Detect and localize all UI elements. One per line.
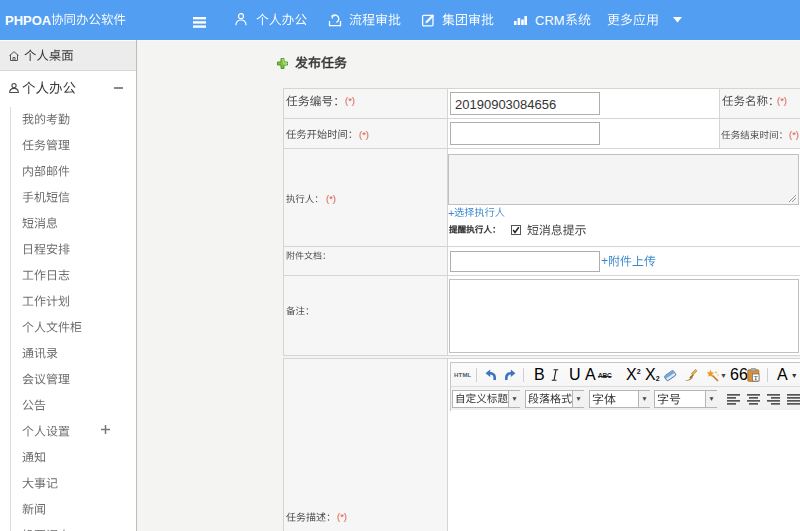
svg-text:T: T <box>754 374 758 381</box>
